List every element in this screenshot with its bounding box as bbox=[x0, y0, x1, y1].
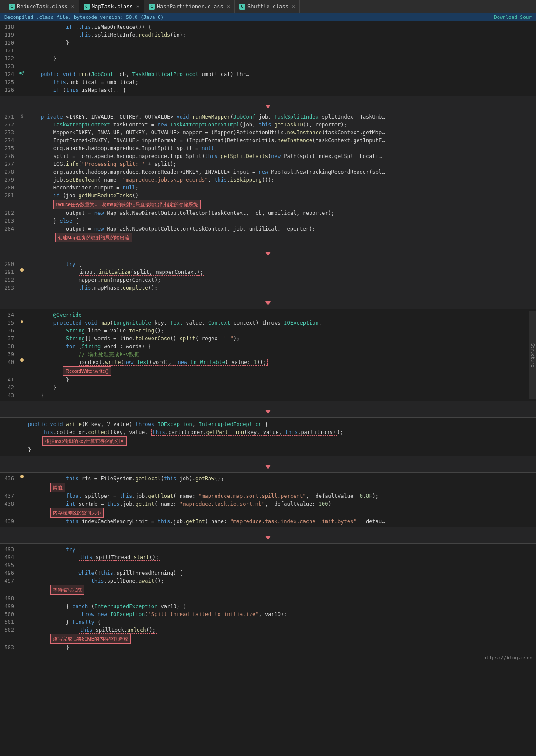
tab-label-hashpartitioner: HashPartitioner.class bbox=[157, 4, 223, 10]
code-line: 123 bbox=[0, 63, 536, 70]
svg-marker-1 bbox=[265, 105, 271, 109]
code-line-502: 502 this.spillLock.unlock(); 溢写完成后将80MB的… bbox=[0, 626, 536, 644]
tab-bar: C ReduceTask.class × C MapTask.class × C… bbox=[0, 0, 536, 13]
code-line-496: 496 while(!this.spillThreadRunning) { bbox=[0, 569, 536, 577]
code-line: 278 org.apache.hadoop.mapreduce.RecordRe… bbox=[0, 168, 536, 176]
code-section-1: 118 if (this.isMapOrReduce()) { 119 this… bbox=[0, 21, 536, 96]
code-section-7: 493 try { 494 this.spillThread.start(); … bbox=[0, 543, 536, 653]
code-line: 280 RecordWriter output = null; bbox=[0, 184, 536, 192]
code-line-124: 124 ●@ public void run(JobConf job, Task… bbox=[0, 70, 536, 78]
code-section-6: 436 this.rfs = FileSystem.getLocal(this.… bbox=[0, 472, 536, 527]
annotation-record-writer: RecordWriter.write() bbox=[63, 366, 111, 376]
info-bar: Decompiled .class file, bytecode version… bbox=[0, 13, 536, 21]
code-line-495: 495 bbox=[0, 561, 536, 569]
svg-marker-5 bbox=[265, 301, 271, 306]
code-section-2: 271 @ private <INKEY, INVALUE, OUTKEY, O… bbox=[0, 112, 536, 243]
code-line-436: 436 this.rfs = FileSystem.getLocal(this.… bbox=[0, 475, 536, 492]
code-line-498: 498 } bbox=[0, 595, 536, 602]
code-section-4: 34 @Override 35 ● protected void map(Lon… bbox=[0, 309, 536, 401]
code-line-40: 40 context.write(new Text(word), new Int… bbox=[0, 358, 529, 376]
code-line: 272 TaskAttemptContext taskContext = new… bbox=[0, 121, 536, 129]
code-line-write-end: } bbox=[0, 446, 536, 454]
code-line: 38 for (String word : words) { bbox=[0, 343, 529, 350]
code-line-293: 293 this.mapPhase.complete(); bbox=[0, 284, 536, 292]
code-line-35: 35 ● protected void map(LongWritable key… bbox=[0, 319, 529, 327]
code-line: 34 @Override bbox=[0, 311, 529, 319]
code-line: 118 if (this.isMapOrReduce()) { bbox=[0, 23, 536, 31]
code-line-write-sig: public void write(K key, V value) throws… bbox=[0, 420, 536, 428]
code-line-282: 282 output = new MapTask.NewDirectOutput… bbox=[0, 209, 536, 217]
tab-label-maptask: MapTask.class bbox=[92, 4, 133, 10]
code-line-500: 500 throw new IOException("Spill thread … bbox=[0, 610, 536, 618]
code-line: 36 String line = value.toString(); bbox=[0, 327, 529, 335]
svg-marker-3 bbox=[265, 252, 271, 256]
arrow-down-6 bbox=[264, 528, 272, 541]
code-section-3: 290 try { 291 input.initialize(split, ma… bbox=[0, 259, 536, 293]
annotation-release-memory: 溢写完成后将80MB的内存空间释放 bbox=[50, 634, 131, 644]
code-line: 125 this.umbilical = umbilical; bbox=[0, 78, 536, 86]
code-line: 279 job.setBoolean( name: "mapreduce.job… bbox=[0, 176, 536, 184]
tab-close-maptask[interactable]: × bbox=[136, 4, 139, 10]
code-line: 277 LOG.info("Processing split: " + spli… bbox=[0, 160, 536, 168]
decompiled-info: Decompiled .class file, bytecode version… bbox=[4, 14, 164, 20]
svg-marker-9 bbox=[265, 465, 271, 469]
svg-marker-11 bbox=[265, 536, 271, 540]
annotation-wait-write: 等待溢写完成 bbox=[50, 585, 84, 595]
tab-label-shuffle: Shuffle.class bbox=[247, 4, 289, 10]
code-line-283: 283 } else { bbox=[0, 217, 536, 225]
arrow-down-1 bbox=[264, 97, 272, 110]
code-line: 119 this.splitMetaInfo.readFields(in); bbox=[0, 31, 536, 39]
tab-icon-reducetask: C bbox=[9, 4, 15, 10]
tab-maptask[interactable]: C MapTask.class × bbox=[79, 0, 144, 13]
code-line-281: 281 if (job.getNumReduceTasks() reduce任务… bbox=[0, 192, 536, 209]
code-line-284: 284 output = new MapTask.NewOutputCollec… bbox=[0, 225, 536, 242]
annotation-calc-partition: 根据map输出的key计算它存储的分区 bbox=[42, 436, 127, 446]
arrow-down-4 bbox=[264, 402, 272, 415]
tab-hashpartitioner[interactable]: C HashPartitioner.class × bbox=[144, 0, 235, 13]
code-line: 271 @ private <INKEY, INVALUE, OUTKEY, O… bbox=[0, 113, 536, 121]
code-line: 42 } bbox=[0, 384, 529, 392]
tab-close-hashpartitioner[interactable]: × bbox=[227, 4, 230, 10]
code-line: 120 } bbox=[0, 39, 536, 47]
code-line-438: 438 int sortmb = this.job.getInt( name: … bbox=[0, 500, 536, 518]
arrow-down-5 bbox=[264, 457, 272, 470]
download-source[interactable]: Download Sour bbox=[494, 14, 532, 20]
bottom-url: https://blog.csdn bbox=[0, 653, 536, 662]
tab-label-reducetask: ReduceTask.class bbox=[17, 4, 68, 10]
code-line-291: 291 input.initialize(split, mapperContex… bbox=[0, 268, 536, 276]
annotation-threshold: 阈值 bbox=[50, 483, 65, 492]
tab-close-shuffle[interactable]: × bbox=[292, 4, 295, 10]
code-line: 126 if (this.isMapTask()) { bbox=[0, 86, 536, 94]
code-line: 39 // 输出处理完成k-v数据 bbox=[0, 350, 529, 358]
code-line: 275 org.apache.hadoop.mapreduce.InputSpl… bbox=[0, 144, 536, 152]
code-line-494: 494 this.spillThread.start(); bbox=[0, 553, 536, 561]
code-line-501: 501 } finally { bbox=[0, 618, 536, 626]
tab-icon-maptask: C bbox=[84, 4, 90, 10]
code-line-497: 497 this.spillDone.await(); 等待溢写完成 bbox=[0, 577, 536, 595]
code-line: 122 } bbox=[0, 55, 536, 63]
tab-icon-hashpartitioner: C bbox=[149, 4, 155, 10]
arrow-down-3 bbox=[264, 294, 272, 307]
code-section-5: public void write(K key, V value) throws… bbox=[0, 417, 536, 456]
code-line-439: 439 this.indexCacheMemoryLimit = this.jo… bbox=[0, 518, 536, 525]
code-section-2-annotated: 281 if (job.getNumReduceTasks() reduce任务… bbox=[0, 192, 536, 242]
svg-marker-7 bbox=[265, 410, 271, 414]
code-line-493: 493 try { bbox=[0, 546, 536, 553]
code-line: 121 bbox=[0, 47, 536, 55]
code-line: 41 } bbox=[0, 376, 529, 384]
code-line: 37 String[] words = line.toLowerCase().s… bbox=[0, 335, 529, 343]
code-line: 274 InputFormat<INKEY, INVALUE> inputFor… bbox=[0, 136, 536, 144]
code-line-write-body: this.collector.collect(key, value, this.… bbox=[0, 428, 536, 446]
code-line: 273 Mapper<INKEY, INVALUE, OUTKEY, OUTVA… bbox=[0, 129, 536, 136]
tab-reducetask[interactable]: C ReduceTask.class × bbox=[4, 0, 79, 13]
throws-keyword: throws bbox=[262, 320, 281, 326]
tab-close-reducetask[interactable]: × bbox=[71, 4, 74, 10]
code-line-499: 499 } catch (InterruptedException var10)… bbox=[0, 602, 536, 610]
tab-icon-shuffle: C bbox=[239, 4, 245, 10]
code-line: 290 try { bbox=[0, 260, 536, 268]
code-line: 276 split = (org.apache.hadoop.mapreduce… bbox=[0, 152, 536, 160]
code-line-437: 437 float spillper = this.job.getFloat( … bbox=[0, 492, 536, 500]
annotation-reduce-zero: reduce任务数量为0，将map的映射结果直接输出到指定的存储系统 bbox=[53, 200, 201, 209]
code-line: 43 } bbox=[0, 392, 529, 399]
tab-shuffle[interactable]: C Shuffle.class × bbox=[235, 0, 300, 13]
